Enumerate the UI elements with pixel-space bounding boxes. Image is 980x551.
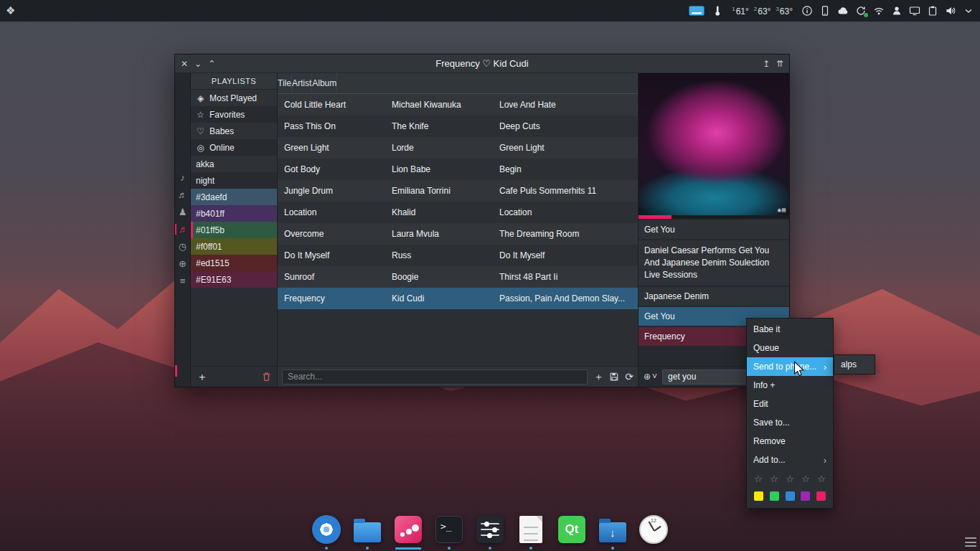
playlist-item[interactable]: #ed1515 (191, 255, 277, 271)
tablet-icon[interactable] (819, 5, 831, 17)
context-menu-item[interactable]: Babe it (747, 320, 833, 339)
track-row[interactable]: Pass This On The Knife Deep Cuts (278, 116, 638, 137)
volume-icon[interactable] (945, 5, 956, 17)
artists-icon[interactable]: ♟ (175, 207, 190, 217)
dock-downloads[interactable]: ↓ (596, 514, 629, 550)
playlist-item[interactable]: ◎ Online (191, 139, 277, 156)
track-row[interactable]: Green Light Lorde Green Light (278, 137, 638, 159)
track-row[interactable]: Frequency Kid Cudi Passion, Pain And Dem… (278, 288, 638, 309)
playlist-item-label: Favorites (209, 110, 245, 120)
dock-terminal[interactable]: >_ (433, 514, 466, 550)
track-row[interactable]: Do It Myself Russ Do It Myself (278, 245, 638, 266)
track-artist: Michael Kiwanuka (385, 100, 493, 110)
info-icon[interactable] (801, 5, 813, 17)
column-header[interactable]: Tile (278, 73, 292, 93)
dock-chromium[interactable] (310, 514, 343, 550)
track-row[interactable]: Got Body Lion Babe Begin (278, 159, 638, 180)
context-menu-item[interactable]: Edit (747, 395, 833, 413)
playlist-item[interactable]: ◈ Most Played (191, 90, 277, 106)
settings-icon[interactable]: ≡ (175, 276, 190, 286)
color-swatch[interactable] (816, 491, 826, 501)
color-swatch[interactable] (786, 491, 795, 501)
playlist-item[interactable]: ♡ Babes (191, 123, 277, 139)
dock-qt-creator[interactable]: Qt (555, 514, 588, 550)
downloads-icon: ↓ (599, 522, 626, 542)
titlebar[interactable]: ✕ ⌄ ⌃ Frequency ♡ Kid Cudi ↥ ⇈ (175, 55, 789, 73)
thermometer-icon[interactable] (712, 5, 723, 17)
color-swatch[interactable] (801, 491, 810, 501)
context-menu-item[interactable]: Info + (747, 376, 833, 395)
column-header[interactable]: Album (312, 73, 337, 93)
keep-below-button[interactable]: ⌄ (194, 60, 202, 68)
sync-icon[interactable] (855, 5, 867, 17)
now-playing-item[interactable]: Japanese Denim (639, 287, 789, 306)
context-menu-item[interactable]: Send to phone... › (747, 357, 833, 376)
user-icon[interactable] (891, 5, 903, 17)
playlist-item[interactable]: night (191, 172, 277, 189)
color-swatch[interactable] (770, 491, 779, 501)
dock-music-player[interactable] (392, 514, 425, 550)
display-icon[interactable] (909, 5, 920, 17)
move-top-button[interactable]: ↥ (763, 60, 770, 68)
track-row[interactable]: Sunroof Boogie Thirst 48 Part Ii (278, 266, 638, 288)
shade-button[interactable]: ⇈ (776, 60, 783, 68)
brightness-display-icon[interactable] (688, 5, 705, 17)
context-menu-item[interactable]: Add to... › (747, 451, 833, 469)
playlist-item[interactable]: #b401ff (191, 205, 277, 222)
column-header[interactable]: Artist (292, 73, 312, 93)
star-icon[interactable]: ☆ (770, 474, 778, 484)
track-artist: Boogie (385, 272, 493, 282)
now-playing-item[interactable]: Get You (639, 220, 789, 239)
dock-file-manager[interactable] (351, 514, 384, 550)
track-artist: Kid Cudi (385, 293, 493, 303)
star-icon[interactable]: ☆ (754, 474, 763, 484)
keep-above-button[interactable]: ⌃ (208, 60, 215, 68)
desktop-menu-icon[interactable] (965, 537, 976, 547)
color-swatch[interactable] (754, 491, 763, 501)
playlist-item-label: #b401ff (196, 209, 225, 219)
dock-clock[interactable]: 12 (637, 514, 670, 550)
album-art[interactable]: ◉▦ (639, 73, 789, 215)
close-button[interactable]: ✕ (181, 60, 188, 68)
clipboard-icon[interactable] (927, 5, 938, 17)
dock-tweaks[interactable] (473, 514, 507, 550)
source-selector[interactable]: ⊕ ˅ (641, 372, 659, 382)
delete-playlist-icon[interactable] (262, 372, 271, 382)
playlist-item[interactable]: #f0ff01 (191, 238, 277, 255)
add-playlist-button[interactable]: ＋ (197, 370, 207, 384)
wifi-icon[interactable] (873, 5, 885, 17)
sync-status-dot (864, 13, 868, 17)
context-menu-item[interactable]: Save to... (747, 413, 833, 432)
track-row[interactable]: Location Khalid Location (278, 202, 638, 223)
playlists-icon[interactable]: ♬ (175, 224, 190, 235)
temperature-reading: 363° (776, 6, 793, 17)
playlist-item[interactable]: #01ff5b (191, 222, 277, 238)
save-playlist-icon[interactable] (609, 372, 619, 382)
track-row[interactable]: Cold Little Heart Michael Kiwanuka Love … (278, 94, 638, 116)
playlist-item[interactable]: #3daefd (191, 189, 277, 205)
refresh-icon[interactable]: ⟳ (625, 372, 633, 382)
search-input[interactable] (282, 369, 588, 385)
tracks-icon[interactable]: ♪ (175, 172, 190, 183)
recent-icon[interactable]: ◷ (175, 241, 190, 252)
track-row[interactable]: Jungle Drum Emiliana Torrini Cafe Puls S… (278, 180, 638, 202)
albums-icon[interactable]: ♬ (175, 189, 190, 200)
now-playing-item[interactable]: Daniel Caesar Performs Get You And Japan… (639, 240, 789, 286)
cloud-icon[interactable] (837, 5, 849, 17)
star-icon[interactable]: ☆ (801, 474, 810, 484)
track-artist: Khalid (385, 207, 493, 217)
playlist-item[interactable]: #E91E63 (191, 271, 277, 288)
context-menu-item[interactable]: Queue (747, 339, 833, 357)
playlist-item[interactable]: ☆ Favorites (191, 106, 277, 123)
activities-icon[interactable]: ❖ (6, 4, 15, 17)
add-track-button[interactable]: ＋ (593, 372, 603, 382)
submenu-item[interactable]: alps (834, 356, 875, 373)
track-row[interactable]: Overcome Laura Mvula The Dreaming Room (278, 223, 638, 245)
star-icon[interactable]: ☆ (817, 474, 826, 484)
dock-text-editor[interactable] (514, 514, 547, 550)
online-icon[interactable]: ⊕ (175, 258, 190, 269)
playlist-item[interactable]: akka (191, 156, 277, 172)
caret-down-icon[interactable] (963, 5, 974, 17)
star-icon[interactable]: ☆ (786, 474, 794, 484)
context-menu-item[interactable]: Remove (747, 432, 833, 451)
